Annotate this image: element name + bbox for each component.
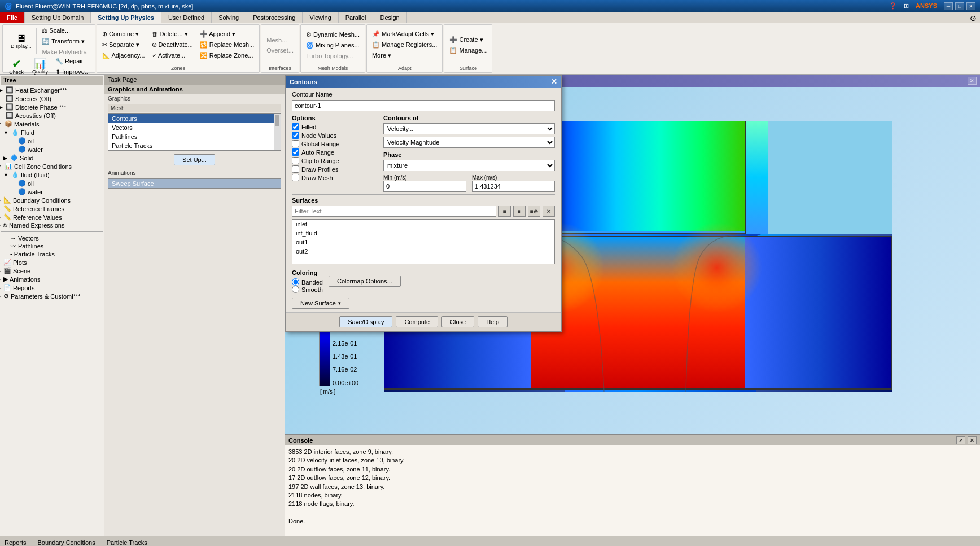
dynamic-mesh-button[interactable]: ⚙ Dynamic Mesh...: [303, 30, 362, 40]
tab-file[interactable]: File: [0, 12, 25, 23]
tree-item-solid[interactable]: ▶ 🔷 Solid: [1, 154, 103, 162]
list-item-vectors[interactable]: Vectors: [108, 123, 274, 132]
compute-button[interactable]: Compute: [396, 316, 438, 327]
maximize-button[interactable]: □: [955, 2, 964, 10]
repair-button[interactable]: 🔧 Repair: [53, 56, 93, 66]
deactivate-button[interactable]: ⊘ Deactivate...: [149, 40, 196, 50]
tree-item-reports[interactable]: ▶ 📄 Reports: [1, 283, 103, 292]
tree-item-water2[interactable]: 🔵 water: [1, 187, 103, 196]
list-item-particle-tracks[interactable]: Particle Tracks: [108, 141, 274, 150]
activate-button[interactable]: ✓ Activate...: [149, 51, 196, 60]
tree-item-animations[interactable]: ▶ ▶ Animations: [1, 275, 103, 283]
tree-item-particle-tracks[interactable]: • Particle Tracks: [1, 250, 103, 258]
surface-int-fluid[interactable]: int_fluid: [292, 229, 554, 238]
help-dialog-button[interactable]: Help: [478, 316, 508, 327]
option-filled-checkbox[interactable]: [292, 123, 299, 130]
option-draw-profiles-checkbox[interactable]: [292, 165, 299, 173]
make-poly-button[interactable]: Make Polyhedra: [39, 47, 90, 56]
min-input[interactable]: [383, 181, 466, 192]
tree-item-water[interactable]: 🔵 water: [1, 145, 103, 154]
manage-surface-button[interactable]: 📋 Manage...: [447, 46, 489, 55]
adapt-more-button[interactable]: More ▾: [369, 51, 440, 60]
filter-btn-1[interactable]: ≡: [498, 206, 511, 217]
tree-item-ref-values[interactable]: ▶ 📏 Reference Values: [1, 213, 103, 221]
help-icon[interactable]: ❓: [889, 2, 897, 10]
tree-item-vectors[interactable]: → Vectors: [1, 234, 103, 242]
tab-postprocessing[interactable]: Postprocessing: [246, 12, 303, 23]
tab-setup-domain[interactable]: Setting Up Domain: [25, 12, 91, 23]
mixing-planes-button[interactable]: 🌀 Mixing Planes...: [303, 41, 362, 50]
coloring-banded-radio[interactable]: [292, 278, 299, 286]
list-item-contours[interactable]: Contours: [108, 114, 274, 123]
tab-setup-physics[interactable]: Setting Up Physics: [91, 12, 161, 23]
surface-inlet[interactable]: inlet: [292, 220, 554, 229]
phase-select[interactable]: mixture oil water: [383, 160, 555, 171]
filter-btn-3[interactable]: ≡⊕: [528, 206, 540, 217]
contours-of-select[interactable]: Velocity... Pressure... Temperature...: [383, 123, 555, 134]
graphics-list-scrollbar[interactable]: [274, 114, 281, 150]
tree-item-oil2[interactable]: 🔵 oil: [1, 179, 103, 187]
ribbon-expand-icon[interactable]: ⊙: [970, 14, 977, 23]
close-dialog-button[interactable]: Close: [441, 316, 474, 327]
option-node-values-checkbox[interactable]: [292, 132, 299, 139]
option-auto-range-checkbox[interactable]: [292, 148, 299, 156]
tree-item-materials[interactable]: ▼ 📦 Materials: [1, 120, 103, 128]
tree-item-heat-exchanger[interactable]: ▶ 🔲 Heat Exchanger***: [1, 86, 103, 94]
close-button[interactable]: ✕: [966, 2, 975, 10]
tree-item-fluid-fluid[interactable]: ▼ 💧 fluid (fluid): [1, 171, 103, 179]
tab-user-defined[interactable]: User Defined: [161, 12, 212, 23]
max-input[interactable]: [472, 181, 555, 192]
viewport-close-btn[interactable]: ✕: [968, 77, 977, 85]
tree-item-parameters[interactable]: ▶ ⚙ Parameters & Customi***: [1, 292, 103, 300]
adjacency-button[interactable]: 📐 Adjacency...: [99, 51, 148, 60]
append-button[interactable]: ➕ Append ▾: [197, 29, 257, 39]
colormap-options-button[interactable]: Colormap Options...: [329, 276, 401, 287]
list-item-sweep-surface[interactable]: Sweep Surface: [108, 179, 281, 188]
surface-filter-input[interactable]: [292, 206, 496, 217]
separate-button[interactable]: ✂ Separate ▾: [99, 40, 148, 50]
minimize-button[interactable]: ─: [944, 2, 953, 10]
layout-icon[interactable]: ⊞: [904, 2, 909, 10]
scale-button[interactable]: ⚖ Scale...: [39, 26, 90, 36]
tab-solving[interactable]: Solving: [212, 12, 246, 23]
manage-registers-button[interactable]: 📋 Manage Registers...: [369, 40, 440, 50]
combine-button[interactable]: ⊕ Combine ▾: [99, 29, 148, 39]
list-item-pathlines[interactable]: Pathlines: [108, 132, 274, 141]
delete-button[interactable]: 🗑 Delete... ▾: [149, 29, 196, 39]
contour-name-input[interactable]: [292, 100, 555, 111]
create-surface-button[interactable]: ➕ Create ▾: [447, 35, 489, 45]
turbo-topology-button[interactable]: Turbo Topology...: [303, 51, 362, 60]
tree-item-discrete-phase[interactable]: ▶ 🔲 Discrete Phase ***: [1, 103, 103, 111]
option-clip-range-checkbox[interactable]: [292, 157, 299, 164]
coloring-smooth-radio[interactable]: [292, 286, 299, 293]
tab-parallel[interactable]: Parallel: [339, 12, 374, 23]
filter-btn-4[interactable]: ✕: [542, 206, 555, 217]
replace-zone-button[interactable]: 🔀 Replace Zone...: [197, 51, 257, 60]
tab-viewing[interactable]: Viewing: [303, 12, 338, 23]
overset-button[interactable]: Overset...: [264, 46, 296, 55]
tree-item-acoustics[interactable]: 🔲 Acoustics (Off): [1, 111, 103, 120]
tree-item-cell-zone[interactable]: ▼ 📊 Cell Zone Conditions: [1, 162, 103, 171]
tree-item-plots[interactable]: ▶ 📈 Plots: [1, 258, 103, 267]
setup-button[interactable]: Set Up...: [174, 154, 215, 165]
new-surface-button[interactable]: New Surface ▾: [292, 298, 349, 309]
option-draw-mesh-checkbox[interactable]: [292, 174, 299, 181]
display-button[interactable]: 🖥 Display...: [8, 32, 34, 51]
replace-mesh-button[interactable]: 🔁 Replace Mesh...: [197, 40, 257, 50]
console-close-btn[interactable]: ✕: [968, 436, 977, 444]
tree-item-scene[interactable]: ▶ 🎬 Scene: [1, 267, 103, 275]
surface-out1[interactable]: out1: [292, 238, 554, 247]
tree-item-species[interactable]: 🔲 Species (Off): [1, 94, 103, 103]
contour-dialog-close-icon[interactable]: ✕: [551, 77, 557, 86]
save-display-button[interactable]: Save/Display: [339, 316, 392, 327]
contours-of-sub-select[interactable]: Velocity Magnitude X Velocity Y Velocity: [383, 137, 555, 148]
console-popout-btn[interactable]: ↗: [956, 436, 965, 444]
surface-out2[interactable]: out2: [292, 247, 554, 256]
option-global-range-checkbox[interactable]: [292, 140, 299, 147]
tree-item-pathlines[interactable]: 〰 Pathlines: [1, 242, 103, 250]
tree-item-named-expressions[interactable]: ▶ fx Named Expressions: [1, 221, 103, 229]
transform-button[interactable]: 🔄 Transform ▾: [39, 37, 90, 46]
tree-item-ref-frames[interactable]: ▶ 📏 Reference Frames: [1, 204, 103, 213]
mesh-interfaces-button[interactable]: Mesh...: [264, 36, 296, 45]
tree-item-boundary-conditions[interactable]: ▶ 📐 Boundary Conditions: [1, 196, 103, 204]
